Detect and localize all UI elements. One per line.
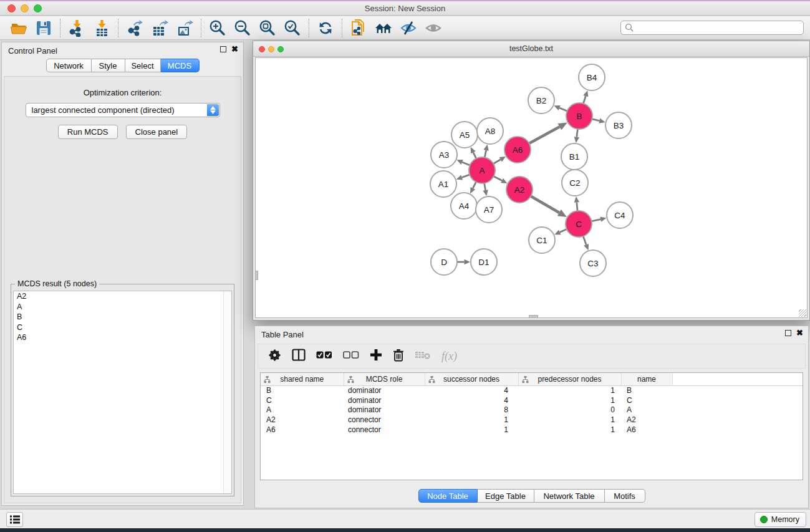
export-image-button[interactable]: [172, 18, 197, 38]
table-cell[interactable]: dominator: [344, 405, 425, 415]
graph-edge-A2-C[interactable]: [529, 196, 559, 213]
tab-node-table[interactable]: Node Table: [418, 489, 478, 503]
table-cell[interactable]: B: [621, 385, 672, 395]
graph-edge-A6-B[interactable]: [528, 127, 560, 144]
first-neighbors-button[interactable]: [371, 18, 396, 38]
tab-network[interactable]: Network: [46, 59, 92, 72]
table-cell[interactable]: A2: [621, 415, 672, 425]
table-deselect-all-button[interactable]: [343, 351, 359, 362]
column-header-successor-nodes[interactable]: successor nodes: [425, 373, 518, 385]
mcds-result-item[interactable]: C: [14, 322, 231, 333]
import-table-button[interactable]: [89, 18, 114, 38]
close-panel-icon[interactable]: ✖: [796, 330, 803, 336]
show-all-button[interactable]: [421, 18, 446, 38]
table-cell[interactable]: 1: [518, 395, 621, 405]
tab-network-table[interactable]: Network Table: [534, 489, 605, 503]
table-row[interactable]: Adominator80A: [261, 405, 803, 415]
mcds-result-item[interactable]: A6: [14, 332, 231, 343]
zoom-out-button[interactable]: [230, 18, 255, 38]
table-cell[interactable]: A: [261, 405, 344, 415]
table-row[interactable]: Cdominator41C: [261, 395, 803, 405]
table-cell[interactable]: 0: [518, 405, 621, 415]
table-cell[interactable]: connector: [344, 425, 425, 435]
zoom-selected-button[interactable]: [280, 18, 305, 38]
table-cell[interactable]: 1: [425, 425, 518, 435]
memory-button[interactable]: Memory: [755, 512, 806, 527]
column-header-MCDS-role[interactable]: MCDS role: [344, 373, 425, 385]
criterion-select[interactable]: largest connected component (directed): [26, 103, 220, 117]
canvas-left-handle[interactable]: [255, 271, 258, 280]
canvas-bottom-handle[interactable]: [529, 315, 538, 318]
table-add-column-button[interactable]: [370, 349, 382, 364]
table-cell[interactable]: C: [261, 395, 344, 405]
table-cell[interactable]: dominator: [344, 395, 425, 405]
refresh-view-button[interactable]: [313, 18, 338, 38]
gear-icon: [268, 349, 281, 362]
close-panel-icon[interactable]: ✖: [231, 46, 238, 52]
table-row[interactable]: A6connector11A6: [261, 425, 803, 435]
table-cell[interactable]: 4: [425, 395, 518, 405]
task-list-icon: [10, 515, 20, 524]
network-window-titlebar[interactable]: testGlobe.txt: [253, 41, 809, 57]
window-resize-grip[interactable]: [799, 309, 806, 317]
table-cell[interactable]: A6: [261, 425, 344, 435]
table-cell[interactable]: dominator: [344, 385, 425, 395]
close-panel-button[interactable]: Close panel: [126, 125, 188, 139]
table-row[interactable]: A2connector11A2: [261, 415, 803, 425]
table-delete-column-button[interactable]: [393, 349, 404, 364]
float-panel-icon[interactable]: [220, 46, 226, 52]
network-canvas[interactable]: B4B2BB3A5A8A6A3AB1A1A2C2A4A7C4CC1C3DD1: [255, 57, 808, 318]
table-cell[interactable]: A: [621, 405, 672, 415]
table-cell[interactable]: 1: [518, 425, 621, 435]
tab-edge-table[interactable]: Edge Table: [478, 489, 534, 503]
table-cell[interactable]: C: [621, 395, 672, 405]
criterion-select-value: largest connected component (directed): [32, 105, 175, 115]
zoom-fit-button[interactable]: [255, 18, 280, 38]
column-header-predecessor-nodes[interactable]: predecessor nodes: [518, 373, 621, 385]
hide-selected-button[interactable]: [396, 18, 421, 38]
table-cell[interactable]: connector: [344, 415, 425, 425]
table-cell[interactable]: 1: [518, 415, 621, 425]
tab-select[interactable]: Select: [125, 59, 161, 72]
new-network-from-selection-button[interactable]: [346, 18, 371, 38]
edge-arrowhead: [599, 118, 605, 123]
export-table-icon: [151, 19, 168, 37]
table-column-view-button[interactable]: [292, 349, 306, 364]
float-panel-icon[interactable]: [785, 330, 791, 336]
graph-node-label: C4: [614, 211, 625, 220]
graph-node-label: B2: [536, 96, 547, 105]
import-network-icon: [68, 19, 85, 37]
table-cell[interactable]: 1: [425, 415, 518, 425]
tab-style[interactable]: Style: [92, 59, 125, 72]
export-table-button[interactable]: [147, 18, 172, 38]
import-network-button[interactable]: [64, 18, 89, 38]
tab-motifs[interactable]: Motifs: [605, 489, 645, 503]
table-cell[interactable]: 1: [518, 385, 621, 395]
network-graph[interactable]: B4B2BB3A5A8A6A3AB1A1A2C2A4A7C4CC1C3DD1: [256, 58, 808, 319]
mcds-list-scrollbar[interactable]: [223, 291, 231, 493]
table-cell[interactable]: B: [261, 385, 344, 395]
save-session-button[interactable]: [31, 18, 56, 38]
column-header-shared-name[interactable]: shared name: [261, 373, 344, 385]
table-clear-button[interactable]: [415, 350, 431, 362]
mcds-result-item[interactable]: A: [14, 302, 231, 312]
zoom-in-button[interactable]: [205, 18, 230, 38]
table-cell[interactable]: 8: [425, 405, 518, 415]
table-cell[interactable]: A2: [261, 415, 344, 425]
run-mcds-button[interactable]: Run MCDS: [58, 125, 118, 139]
mcds-result-item[interactable]: B: [14, 312, 231, 322]
table-cell[interactable]: A6: [621, 425, 672, 435]
mcds-result-item[interactable]: A2: [14, 291, 231, 302]
tab-mcds[interactable]: MCDS: [161, 59, 200, 72]
table-cell[interactable]: 4: [425, 385, 518, 395]
memory-status-icon: [760, 516, 768, 523]
table-select-all-button[interactable]: [316, 351, 332, 362]
function-builder-button[interactable]: f(x): [441, 350, 457, 363]
export-network-button[interactable]: [122, 18, 147, 38]
search-input[interactable]: [637, 24, 793, 32]
table-row[interactable]: Bdominator41B: [261, 385, 803, 395]
column-header-name[interactable]: name: [621, 373, 672, 385]
table-settings-button[interactable]: [268, 349, 281, 364]
task-history-button[interactable]: [6, 512, 23, 527]
open-session-button[interactable]: [6, 18, 31, 38]
